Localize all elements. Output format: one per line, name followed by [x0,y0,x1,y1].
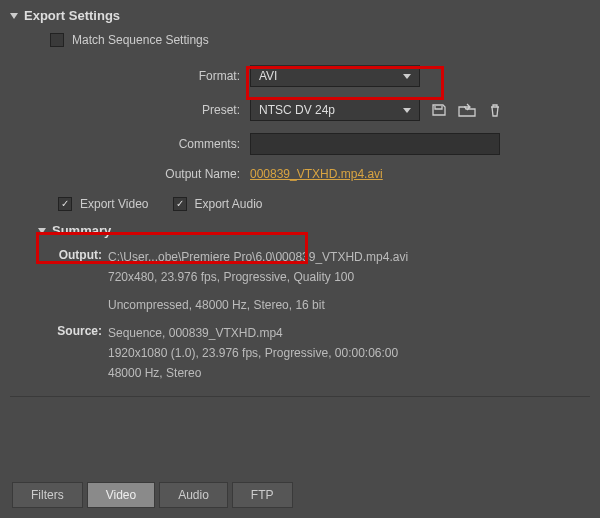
format-value: AVI [259,69,277,83]
comments-input[interactable] [250,133,500,155]
export-settings-panel: Export Settings Match Sequence Settings … [0,0,600,518]
summary-output-line3: Uncompressed, 48000 Hz, Stereo, 16 bit [108,296,325,314]
import-preset-icon[interactable] [458,101,476,119]
chevron-down-icon [10,13,18,19]
preset-value: NTSC DV 24p [259,103,335,117]
chevron-down-icon [38,228,46,234]
preset-label: Preset: [10,103,250,117]
tab-video[interactable]: Video [87,482,155,508]
tab-bar: Filters Video Audio FTP [12,482,293,508]
tab-audio[interactable]: Audio [159,482,228,508]
export-settings-header[interactable]: Export Settings [10,8,590,23]
preset-dropdown[interactable]: NTSC DV 24p [250,99,420,121]
summary-section: Summary Output: C:\User...obe\Premiere P… [38,223,572,382]
summary-output-line1: C:\User...obe\Premiere Pro\6.0\000839_VT… [108,248,408,266]
section-title: Export Settings [24,8,120,23]
format-label: Format: [10,69,250,83]
export-video-checkbox[interactable] [58,197,72,211]
chevron-down-icon [403,108,411,113]
summary-header[interactable]: Summary [38,223,572,238]
output-name-link[interactable]: 000839_VTXHD.mp4.avi [250,167,383,181]
summary-source-line2: 1920x1080 (1.0), 23.976 fps, Progressive… [108,344,398,362]
summary-output-label: Output: [56,248,108,266]
divider [10,396,590,397]
export-video-label: Export Video [80,197,149,211]
summary-source-line3: 48000 Hz, Stereo [108,364,201,382]
summary-source-label: Source: [56,324,108,342]
export-audio-label: Export Audio [195,197,263,211]
match-sequence-checkbox[interactable] [50,33,64,47]
summary-output-line2: 720x480, 23.976 fps, Progressive, Qualit… [108,268,354,286]
format-dropdown[interactable]: AVI [250,65,420,87]
save-preset-icon[interactable] [430,101,448,119]
delete-preset-icon[interactable] [486,101,504,119]
match-sequence-label: Match Sequence Settings [72,33,209,47]
tab-filters[interactable]: Filters [12,482,83,508]
tab-ftp[interactable]: FTP [232,482,293,508]
output-name-label: Output Name: [10,167,250,181]
chevron-down-icon [403,74,411,79]
comments-label: Comments: [10,137,250,151]
summary-title: Summary [52,223,111,238]
export-audio-checkbox[interactable] [173,197,187,211]
summary-source-line1: Sequence, 000839_VTXHD.mp4 [108,324,283,342]
